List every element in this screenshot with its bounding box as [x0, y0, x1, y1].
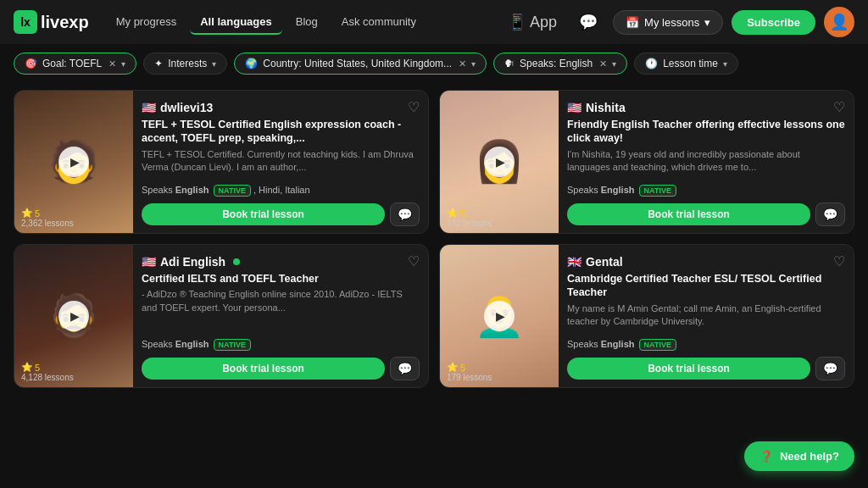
message-icon: 💬 [579, 13, 598, 31]
phone-icon: 📱 [508, 13, 526, 31]
book-trial-button[interactable]: Book trial lesson [567, 203, 810, 225]
speaks-row: Speaks English NATIVE [567, 339, 845, 351]
filter-country[interactable]: 🌍 Country: United States, United Kingdom… [234, 53, 487, 75]
interests-icon: ✦ [154, 58, 163, 69]
star-rating: ⭐ 5 [447, 208, 492, 219]
filter-goal[interactable]: 🎯 Goal: TOEFL ✕ ▾ [14, 53, 136, 75]
native-badge: NATIVE [639, 185, 676, 197]
book-trial-button[interactable]: Book trial lesson [142, 358, 385, 380]
lessons-count: 172 lessons [447, 219, 492, 228]
tutor-card: 👩 ⭐ 5 172 lessons 🇺🇸 Nishita ♡ Friendly … [439, 90, 854, 234]
message-button[interactable]: 💬 [815, 202, 845, 226]
avatar-icon: 👤 [830, 13, 849, 31]
tutor-thumbnail: 👩 ⭐ 5 172 lessons [440, 91, 559, 233]
my-lessons-button[interactable]: 📅 My lessons ▾ [613, 10, 723, 35]
card-info: 🇺🇸 Nishita ♡ Friendly English Teacher of… [559, 91, 854, 233]
messages-button[interactable]: 💬 [572, 9, 604, 35]
book-trial-button[interactable]: Book trial lesson [142, 203, 385, 225]
logo-text: livexp [41, 13, 89, 32]
play-video-button[interactable] [484, 147, 515, 177]
card-header: 🇬🇧 Gental ♡ [567, 253, 845, 269]
filter-lesson-time-label: Lesson time [663, 58, 718, 69]
tutor-name-row: 🇬🇧 Gental [567, 255, 623, 269]
nav-ask-community[interactable]: Ask community [331, 10, 426, 35]
rating-block: ⭐ 5 2,362 lessons [21, 208, 74, 228]
tutor-username: dwlievi13 [160, 101, 213, 114]
message-button[interactable]: 💬 [390, 202, 420, 226]
rating-block: ⭐ 5 172 lessons [447, 208, 492, 228]
flag-icon: 🇺🇸 [142, 101, 156, 114]
filter-goal-label: Goal: TOEFL [42, 58, 102, 69]
subscribe-button[interactable]: Subscribe [732, 10, 815, 35]
nav-links: My progress All languages Blog Ask commu… [106, 10, 498, 35]
filter-interests[interactable]: ✦ Interests ▾ [143, 53, 227, 75]
thumb-overlay: ⭐ 5 179 lessons [440, 357, 559, 387]
message-button[interactable]: 💬 [815, 357, 845, 380]
speaks-row: Speaks English NATIVE [142, 339, 420, 351]
need-help-label: Need help? [780, 450, 839, 463]
tutor-card: 🧔 ⭐ 5 4,128 lessons 🇺🇸 Adi English ♡ Cer… [14, 244, 429, 388]
favorite-button[interactable]: ♡ [408, 99, 420, 115]
app-label: App [530, 14, 557, 31]
favorite-button[interactable]: ♡ [833, 253, 845, 269]
play-video-button[interactable] [484, 301, 515, 331]
book-trial-button[interactable]: Book trial lesson [567, 358, 810, 380]
filter-speaks-label: Speaks: English [520, 58, 593, 69]
card-actions: Book trial lesson 💬 [142, 357, 420, 380]
card-info: 🇺🇸 dwlievi13 ♡ TEFL + TESOL Certified En… [133, 91, 428, 233]
rating-block: ⭐ 5 4,128 lessons [21, 362, 74, 382]
flag-icon: 🇺🇸 [567, 101, 581, 114]
tutor-card: 👨‍🦲 ⭐ 5 179 lessons 🇬🇧 Gental ♡ Cambridg… [439, 244, 854, 388]
app-button[interactable]: 📱 App [501, 9, 564, 35]
filter-speaks[interactable]: 🗣 Speaks: English ✕ ▾ [493, 53, 627, 75]
tutor-desc: I'm Nishita, 19 years old and incredibly… [567, 148, 845, 175]
flag-icon: 🇺🇸 [142, 255, 156, 269]
filter-interests-label: Interests [168, 58, 207, 69]
tutor-grid: 🧑 ⭐ 5 2,362 lessons 🇺🇸 dwlievi13 ♡ TEFL … [0, 83, 868, 395]
card-actions: Book trial lesson 💬 [567, 357, 845, 380]
flag-icon: 🇬🇧 [567, 255, 581, 269]
thumb-overlay: ⭐ 5 4,128 lessons [14, 357, 133, 387]
star-rating: ⭐ 5 [447, 362, 492, 373]
card-actions: Book trial lesson 💬 [567, 202, 845, 226]
tutor-thumbnail: 👨‍🦲 ⭐ 5 179 lessons [440, 245, 559, 387]
my-lessons-label: My lessons [644, 16, 699, 29]
remove-goal-icon[interactable]: ✕ [108, 58, 116, 69]
chevron-down-icon: ▾ [704, 16, 710, 29]
play-video-button[interactable] [58, 301, 89, 331]
play-video-button[interactable] [58, 147, 89, 177]
need-help-button[interactable]: ❓ Need help? [744, 441, 854, 471]
native-badge: NATIVE [214, 185, 251, 197]
country-icon: 🌍 [245, 58, 258, 69]
favorite-button[interactable]: ♡ [408, 253, 420, 269]
tutor-thumbnail: 🧔 ⭐ 5 4,128 lessons [14, 245, 133, 387]
nav-blog[interactable]: Blog [286, 10, 328, 35]
tutor-username: Adi English [160, 255, 225, 269]
question-icon: ❓ [760, 450, 773, 463]
tutor-desc: My name is M Amin Gental; call me Amin, … [567, 302, 845, 329]
lessons-count: 179 lessons [447, 373, 492, 382]
navbar: lx livexp My progress All languages Blog… [0, 0, 868, 44]
remove-country-icon[interactable]: ✕ [459, 58, 466, 69]
tutor-card: 🧑 ⭐ 5 2,362 lessons 🇺🇸 dwlievi13 ♡ TEFL … [14, 90, 429, 234]
card-info: 🇺🇸 Adi English ♡ Certified IELTS and TOE… [133, 245, 428, 387]
message-button[interactable]: 💬 [390, 357, 420, 380]
logo-icon: lx [14, 10, 37, 34]
rating-block: ⭐ 5 179 lessons [447, 362, 492, 382]
chevron-down-icon: ▾ [723, 59, 727, 69]
clock-icon: 🕐 [645, 58, 658, 69]
card-info: 🇬🇧 Gental ♡ Cambridge Certified Teacher … [559, 245, 854, 387]
filters-bar: 🎯 Goal: TOEFL ✕ ▾ ✦ Interests ▾ 🌍 Countr… [0, 44, 868, 83]
card-header: 🇺🇸 Adi English ♡ [142, 253, 420, 269]
calendar-icon: 📅 [626, 16, 639, 29]
favorite-button[interactable]: ♡ [833, 99, 845, 115]
nav-my-progress[interactable]: My progress [106, 10, 187, 35]
remove-speaks-icon[interactable]: ✕ [599, 58, 607, 69]
nav-all-languages[interactable]: All languages [190, 10, 282, 35]
avatar-button[interactable]: 👤 [824, 7, 854, 37]
tutor-name-row: 🇺🇸 Nishita [567, 101, 626, 114]
filter-lesson-time[interactable]: 🕐 Lesson time ▾ [634, 53, 738, 75]
logo[interactable]: lx livexp [14, 10, 89, 34]
star-rating: ⭐ 5 [21, 208, 74, 219]
speaks-icon: 🗣 [504, 58, 515, 69]
